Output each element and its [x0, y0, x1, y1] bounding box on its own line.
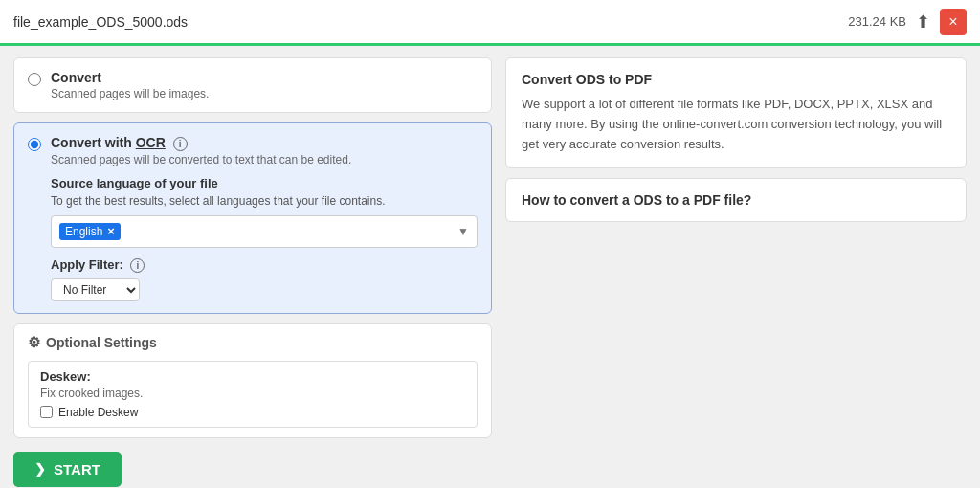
ocr-info-icon[interactable]: i — [173, 137, 188, 151]
convert-ocr-label: Convert with OCR i — [51, 135, 351, 151]
file-remove-button[interactable]: × — [940, 9, 967, 35]
convert-ocr-radio[interactable] — [28, 138, 41, 151]
language-tag: English × — [59, 223, 121, 240]
deskew-title: Deskew: — [40, 369, 465, 384]
info-card-body: We support a lot of different file forma… — [522, 95, 950, 154]
optional-settings-card: ⚙ Optional Settings Deskew: Fix crooked … — [13, 323, 492, 438]
deskew-checkbox[interactable] — [40, 406, 53, 418]
language-input[interactable] — [121, 224, 457, 238]
deskew-checkbox-label: Enable Deskew — [58, 406, 138, 419]
language-tag-remove[interactable]: × — [107, 225, 115, 237]
file-bar: file_example_ODS_5000.ods 231.24 KB ⬆ × — [0, 0, 980, 46]
file-size: 231.24 KB — [848, 14, 906, 29]
deskew-checkbox-row: Enable Deskew — [40, 406, 465, 419]
ocr-section: Source language of your file To get the … — [51, 176, 478, 301]
language-tag-text: English — [65, 225, 102, 238]
convert-ocr-option-text: Convert with OCR i Scanned pages will be… — [51, 135, 351, 166]
source-language-label: Source language of your file — [51, 176, 478, 190]
main-content: Convert Scanned pages will be images. Co… — [0, 46, 980, 488]
left-panel: Convert Scanned pages will be images. Co… — [13, 57, 492, 477]
apply-filter-text: Apply Filter: — [51, 257, 123, 272]
convert-option-text: Convert Scanned pages will be images. — [51, 70, 209, 100]
deskew-desc: Fix crooked images. — [40, 387, 465, 400]
convert-option-card: Convert Scanned pages will be images. — [13, 57, 492, 113]
convert-desc: Scanned pages will be images. — [51, 87, 209, 100]
optional-settings-header: ⚙ Optional Settings — [28, 334, 478, 351]
upload-icon: ⬆ — [916, 11, 930, 33]
convert-ocr-option-card: Convert with OCR i Scanned pages will be… — [13, 122, 492, 314]
filter-info-icon[interactable]: i — [130, 258, 145, 273]
right-panel: Convert ODS to PDF We support a lot of d… — [505, 57, 967, 477]
filter-select[interactable]: No Filter Sharpen Grayscale — [51, 278, 140, 301]
source-language-desc: To get the best results, select all lang… — [51, 194, 478, 208]
filter-label: Apply Filter: i — [51, 257, 478, 273]
faq-card-title: How to convert a ODS to a PDF file? — [522, 192, 950, 208]
convert-label: Convert — [51, 70, 209, 85]
faq-card[interactable]: How to convert a ODS to a PDF file? — [505, 178, 967, 222]
gear-icon: ⚙ — [28, 334, 40, 351]
language-selector[interactable]: English × ▼ — [51, 215, 478, 248]
file-name: file_example_ODS_5000.ods — [13, 14, 848, 30]
convert-radio[interactable] — [28, 73, 41, 86]
convert-ocr-desc: Scanned pages will be converted to text … — [51, 153, 351, 166]
info-card: Convert ODS to PDF We support a lot of d… — [505, 57, 967, 168]
info-card-title: Convert ODS to PDF — [522, 72, 950, 87]
optional-settings-label: Optional Settings — [46, 335, 157, 350]
start-button[interactable]: ❯ START — [13, 452, 122, 487]
deskew-card: Deskew: Fix crooked images. Enable Deske… — [28, 361, 478, 428]
start-arrow-icon: ❯ — [34, 461, 46, 477]
start-button-label: START — [54, 461, 100, 477]
language-dropdown-arrow[interactable]: ▼ — [457, 225, 469, 238]
